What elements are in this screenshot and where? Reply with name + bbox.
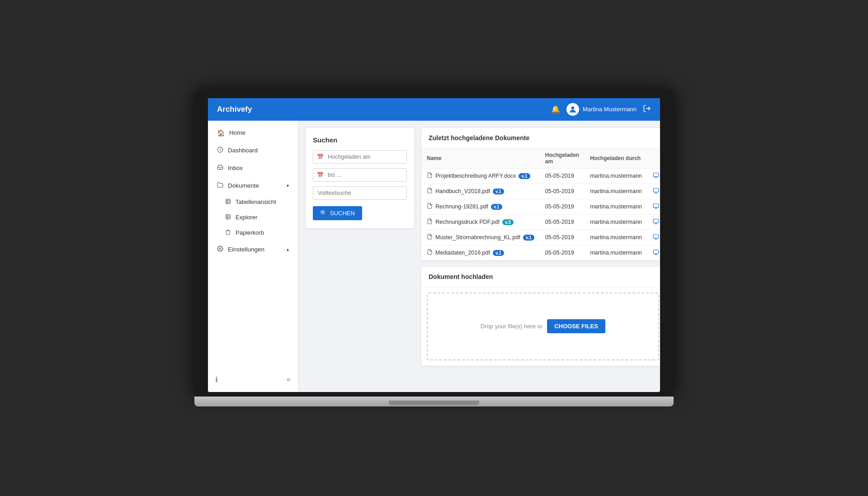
sidebar-label-dokumente: Dokumente — [228, 182, 259, 189]
search-icon: 🔍 — [320, 210, 327, 217]
svg-rect-12 — [653, 173, 659, 176]
sidebar-item-dokumente[interactable]: Dokumente ▾ — [208, 177, 298, 194]
version-badge: v.3 — [502, 219, 514, 225]
documents-card: Zuletzt hochgeladene Dokumente Name Hoch… — [421, 128, 660, 260]
file-uploader: martina.mustermann — [585, 199, 647, 214]
avatar — [566, 103, 579, 116]
download-icon[interactable] — [653, 203, 659, 211]
main-area: 🏠 Home Dashboard — [208, 121, 660, 392]
download-icon[interactable] — [653, 188, 659, 195]
svg-rect-3 — [226, 199, 231, 203]
file-action[interactable] — [647, 230, 660, 245]
file-icon — [427, 172, 433, 180]
info-icon[interactable]: ℹ — [215, 375, 218, 384]
sidebar-item-explorer[interactable]: Explorer — [208, 210, 298, 225]
explorer-icon — [225, 214, 231, 221]
search-title: Suchen — [313, 136, 407, 144]
file-date: 05-05-2019 — [540, 184, 585, 199]
brand-logo: Archivefy — [217, 105, 551, 114]
date-from-field: 📅 — [313, 150, 407, 164]
file-name-cell: Handbuch_V2018.pdf v.1 — [421, 184, 540, 199]
upload-card: Dokument hochladen Drop your file(s) her… — [421, 267, 660, 366]
table-row: Handbuch_V2018.pdf v.1 05-05-2019 martin… — [421, 184, 660, 199]
sidebar-label-explorer: Explorer — [236, 214, 257, 221]
file-name: Handbuch_V2018.pdf — [435, 188, 490, 194]
download-icon[interactable] — [653, 173, 659, 180]
file-name-cell: Rechnungsdruck PDF.pdf v.3 — [421, 214, 540, 230]
col-uploaded-by: Hochgeladen durch — [585, 148, 647, 169]
file-icon — [427, 188, 433, 195]
documents-table: Name Hochgeladen am Hochgeladen durch — [421, 148, 660, 260]
svg-rect-13 — [653, 188, 659, 192]
file-action[interactable] — [647, 245, 660, 260]
svg-rect-17 — [653, 250, 659, 253]
sidebar-item-dashboard[interactable]: Dashboard — [208, 142, 298, 159]
file-name: Muster_Stromabrechnung_KL.pdf — [435, 234, 520, 241]
version-badge: v.1 — [519, 173, 530, 179]
fulltext-input[interactable] — [313, 186, 407, 200]
sidebar-item-papierkorb[interactable]: Papierkorb — [208, 225, 298, 241]
svg-rect-16 — [653, 234, 659, 238]
date-from-input[interactable] — [313, 150, 407, 164]
file-uploader: martina.mustermann — [585, 184, 647, 199]
file-uploader: martina.mustermann — [585, 245, 647, 260]
col-name: Name — [421, 148, 540, 169]
upload-dropzone[interactable]: Drop your file(s) here or CHOOSE FILES — [427, 293, 659, 360]
sidebar-label-inbox: Inbox — [228, 165, 243, 171]
svg-point-0 — [571, 106, 574, 109]
file-date: 05-05-2019 — [540, 245, 585, 260]
file-action[interactable] — [647, 214, 660, 230]
file-name: Rechnung-19281.pdf — [435, 203, 488, 210]
choose-files-button[interactable]: CHOOSE FILES — [547, 319, 605, 333]
download-icon[interactable] — [653, 219, 659, 226]
version-badge: v.1 — [523, 235, 534, 241]
user-menu[interactable]: Martina Mustermann — [566, 103, 637, 116]
col-actions — [647, 148, 660, 169]
file-name: Mediadaten_2016.pdf — [435, 250, 490, 256]
username-label: Martina Mustermann — [583, 106, 637, 113]
logout-icon[interactable] — [643, 104, 651, 114]
file-date: 05-05-2019 — [540, 199, 585, 214]
sidebar-label-einstellungen: Einstellungen — [228, 246, 264, 253]
file-name-cell: Mediadaten_2016.pdf v.1 — [421, 245, 540, 260]
download-icon[interactable] — [653, 234, 659, 241]
file-icon — [427, 203, 433, 210]
inbox-icon — [217, 164, 223, 172]
drop-text: Drop your file(s) here or — [481, 323, 542, 330]
sidebar-footer: ℹ « — [208, 372, 298, 387]
download-icon[interactable] — [653, 250, 659, 257]
sidebar-item-home[interactable]: 🏠 Home — [208, 124, 298, 142]
file-date: 05-05-2019 — [540, 214, 585, 230]
file-name: Projektbeschreibung ARFY.docx — [435, 173, 516, 179]
date-to-field: 📅 — [313, 168, 407, 182]
sidebar-item-inbox[interactable]: Inbox — [208, 159, 298, 177]
version-badge: v.1 — [491, 204, 502, 210]
dokumente-caret: ▾ — [287, 183, 289, 188]
sidebar-item-tabellenansicht[interactable]: Tabellenansicht — [208, 194, 298, 210]
trash-icon — [225, 229, 231, 236]
table-row: Projektbeschreibung ARFY.docx v.1 05-05-… — [421, 168, 660, 184]
collapse-icon[interactable]: « — [287, 375, 291, 383]
table-row: Rechnungsdruck PDF.pdf v.3 05-05-2019 ma… — [421, 214, 660, 230]
file-icon — [427, 234, 433, 241]
svg-rect-7 — [226, 214, 231, 219]
sidebar-nav: 🏠 Home Dashboard — [208, 121, 298, 258]
file-action[interactable] — [647, 168, 660, 184]
svg-point-11 — [219, 248, 221, 250]
right-panel: Zuletzt hochgeladene Dokumente Name Hoch… — [421, 128, 660, 385]
sidebar-label-tabellenansicht: Tabellenansicht — [236, 198, 276, 205]
file-name-cell: Rechnung-19281.pdf v.1 — [421, 199, 540, 214]
documents-title: Zuletzt hochgeladene Dokumente — [421, 128, 660, 148]
sidebar: 🏠 Home Dashboard — [208, 121, 298, 392]
topbar: Archivefy 🔔 Martina Mustermann — [208, 98, 660, 121]
table-icon — [225, 198, 231, 206]
sidebar-item-einstellungen[interactable]: Einstellungen ▴ — [208, 241, 298, 258]
search-button[interactable]: 🔍 SUCHEN — [313, 206, 362, 220]
file-action[interactable] — [647, 199, 660, 214]
date-to-input[interactable] — [313, 168, 407, 182]
topbar-right: 🔔 Martina Mustermann — [551, 103, 651, 116]
file-name-cell: Projektbeschreibung ARFY.docx v.1 — [421, 168, 540, 184]
file-name-cell: Muster_Stromabrechnung_KL.pdf v.1 — [421, 230, 540, 245]
bell-icon[interactable]: 🔔 — [551, 105, 560, 113]
file-action[interactable] — [647, 184, 660, 199]
